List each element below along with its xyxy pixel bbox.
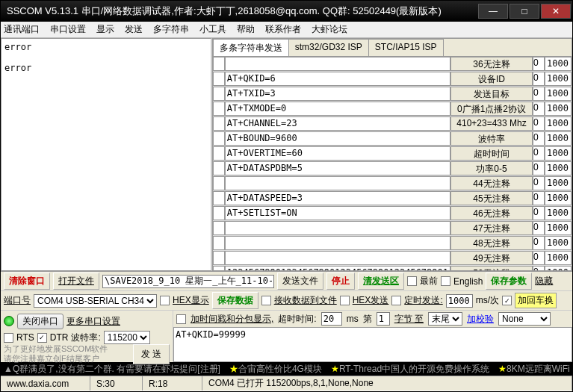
- command-input[interactable]: 1234567890123456789012345678901234567890…: [225, 266, 450, 270]
- interval-cell[interactable]: 1000: [545, 161, 572, 175]
- command-input[interactable]: AT+TXID=3: [225, 87, 450, 101]
- english-checkbox[interactable]: [441, 276, 450, 286]
- command-send-button[interactable]: 功率0-5: [450, 161, 533, 175]
- interval-cell[interactable]: 1000: [545, 266, 572, 270]
- rts-checkbox[interactable]: [4, 333, 13, 343]
- command-input[interactable]: [225, 236, 450, 250]
- interval-cell[interactable]: 1000: [545, 131, 572, 146]
- menu-send[interactable]: 发送: [125, 23, 143, 36]
- send-file-button[interactable]: 发送文件: [277, 273, 323, 290]
- row-checkbox2[interactable]: 0: [533, 57, 545, 71]
- command-input[interactable]: AT+DATASPEED=3: [225, 191, 450, 205]
- output-textarea[interactable]: error error: [1, 38, 212, 271]
- interval-cell[interactable]: 1000: [545, 206, 572, 220]
- row-checkbox2[interactable]: 0: [533, 116, 545, 131]
- front-checkbox[interactable]: [407, 276, 417, 286]
- send-button[interactable]: 发 送: [133, 344, 170, 364]
- row-checkbox2[interactable]: 0: [533, 161, 545, 175]
- save-data-button[interactable]: 保存数据: [212, 292, 258, 309]
- interval-cell[interactable]: 1000: [545, 146, 572, 161]
- command-send-button[interactable]: 45无注释: [450, 191, 533, 205]
- interval-input[interactable]: [446, 294, 473, 308]
- command-send-button[interactable]: 48无注释: [450, 236, 533, 250]
- interval-cell[interactable]: 1000: [545, 251, 572, 265]
- menu-forum[interactable]: 大虾论坛: [312, 23, 347, 36]
- row-checkbox2[interactable]: 0: [533, 176, 545, 190]
- row-checkbox2[interactable]: 0: [533, 72, 545, 86]
- interval-cell[interactable]: 1000: [545, 176, 572, 190]
- row-checkbox2[interactable]: 0: [533, 102, 545, 116]
- command-send-button[interactable]: 47无注释: [450, 221, 533, 235]
- clear-window-button[interactable]: 清除窗口: [4, 273, 50, 290]
- checksum-select[interactable]: None: [498, 312, 551, 326]
- promo-item-2[interactable]: ★合宙高性价比4G模块: [229, 363, 322, 376]
- row-checkbox[interactable]: [213, 176, 225, 190]
- row-checkbox[interactable]: [213, 72, 225, 86]
- command-send-button[interactable]: 发送目标: [450, 87, 533, 101]
- auto-send-checkbox[interactable]: [391, 296, 401, 305]
- promo-item-3[interactable]: ★RT-Thread中国人的开源免费操作系统: [331, 363, 489, 376]
- row-checkbox[interactable]: [213, 57, 225, 71]
- command-send-button[interactable]: 设备ID: [450, 72, 533, 86]
- send-textarea[interactable]: AT+QKID=99999: [173, 327, 572, 362]
- command-input[interactable]: AT+QKID=6: [225, 72, 450, 86]
- tab-multistring[interactable]: 多条字符串发送: [213, 39, 289, 56]
- command-table[interactable]: 36无注释01000AT+QKID=6设备ID01000AT+TXID=3发送目…: [213, 57, 572, 270]
- command-input[interactable]: AT+SETLIST=ON: [225, 206, 450, 220]
- menu-contact[interactable]: 联系作者: [265, 23, 301, 36]
- row-checkbox[interactable]: [213, 161, 225, 175]
- interval-cell[interactable]: 1000: [545, 72, 572, 86]
- command-send-button[interactable]: 超时时间: [450, 146, 533, 161]
- hide-link[interactable]: 隐藏: [535, 275, 553, 287]
- row-checkbox2[interactable]: 0: [533, 87, 545, 101]
- row-checkbox[interactable]: [213, 266, 225, 270]
- menu-multistring[interactable]: 多字符串: [153, 23, 189, 36]
- command-input[interactable]: [225, 221, 450, 235]
- command-send-button[interactable]: 49无注释: [450, 251, 533, 265]
- row-checkbox[interactable]: [213, 102, 225, 116]
- row-checkbox[interactable]: [213, 191, 225, 205]
- seq-input[interactable]: [377, 312, 390, 326]
- command-send-button[interactable]: 36无注释: [450, 57, 533, 71]
- promo-item-1[interactable]: ▲Q群满员了,没有第二个群. 有需要请在虾坛提问[注册]: [4, 363, 220, 376]
- more-settings-link[interactable]: 更多串口设置: [66, 315, 120, 328]
- command-input[interactable]: AT+CHANNEL=23: [225, 116, 450, 131]
- tab-stm32[interactable]: stm32/GD32 ISP: [288, 39, 369, 56]
- interval-cell[interactable]: 1000: [545, 236, 572, 250]
- menu-tools[interactable]: 小工具: [199, 23, 226, 36]
- row-checkbox[interactable]: [213, 251, 225, 265]
- menu-serial-settings[interactable]: 串口设置: [50, 23, 86, 36]
- command-send-button[interactable]: 410+23=433 Mhz: [450, 116, 533, 131]
- row-checkbox2[interactable]: 0: [533, 131, 545, 146]
- command-input[interactable]: AT+BOUND=9600: [225, 131, 450, 146]
- close-button[interactable]: ✕: [541, 4, 571, 19]
- tab-stc[interactable]: STC/IAP15 ISP: [368, 39, 444, 56]
- row-checkbox[interactable]: [213, 131, 225, 146]
- menu-display[interactable]: 显示: [96, 23, 114, 36]
- row-checkbox[interactable]: [213, 87, 225, 101]
- command-input[interactable]: AT+DATASPDBM=5: [225, 161, 450, 175]
- row-checkbox[interactable]: [213, 146, 225, 161]
- row-checkbox[interactable]: [213, 221, 225, 235]
- row-checkbox2[interactable]: 0: [533, 146, 545, 161]
- dtr-checkbox[interactable]: ✓: [37, 333, 47, 343]
- menu-help[interactable]: 帮助: [237, 23, 255, 36]
- command-input[interactable]: [225, 251, 450, 265]
- clear-send-button[interactable]: 清发送区: [358, 273, 404, 290]
- timeout-input[interactable]: [321, 312, 342, 326]
- promo-item-4[interactable]: ★8KM远距离WiFi: [498, 363, 570, 376]
- command-send-button[interactable]: 波特率: [450, 131, 533, 146]
- open-file-button[interactable]: 打开文件: [53, 273, 99, 290]
- row-checkbox2[interactable]: 0: [533, 191, 545, 205]
- row-checkbox[interactable]: [213, 236, 225, 250]
- command-input[interactable]: [225, 176, 450, 190]
- command-input[interactable]: [225, 57, 450, 71]
- interval-cell[interactable]: 1000: [545, 102, 572, 116]
- hex-show-checkbox[interactable]: [160, 296, 170, 305]
- command-send-button[interactable]: 50无注释: [450, 266, 533, 270]
- command-input[interactable]: AT+OVERTIME=60: [225, 146, 450, 161]
- port-select[interactable]: COM4 USB-SERIAL CH340: [34, 294, 157, 308]
- minimize-button[interactable]: —: [478, 4, 508, 19]
- hex-send-checkbox[interactable]: [340, 296, 350, 305]
- row-checkbox2[interactable]: 0: [533, 221, 545, 235]
